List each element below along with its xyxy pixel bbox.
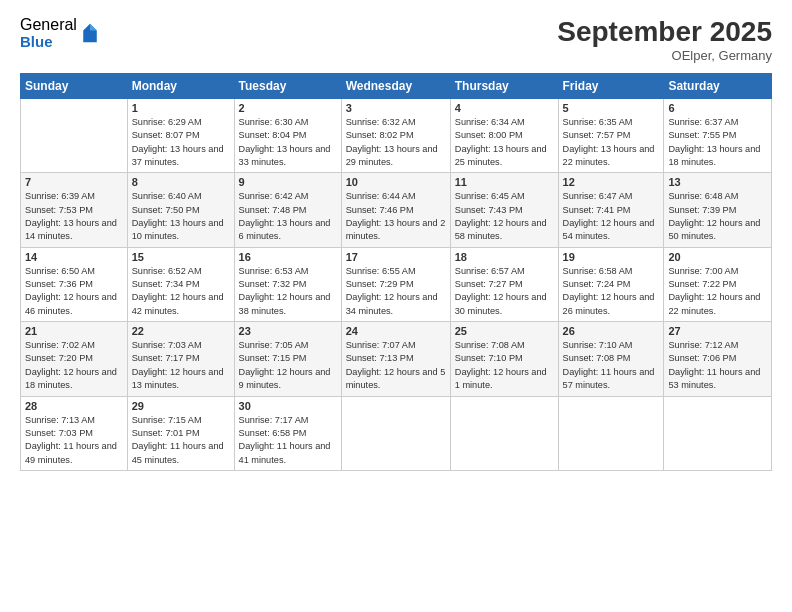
day-info: Sunrise: 6:58 AM Sunset: 7:24 PM Dayligh…	[563, 265, 660, 318]
day-info: Sunrise: 6:29 AM Sunset: 8:07 PM Dayligh…	[132, 116, 230, 169]
daylight-text: Daylight: 13 hours and 25 minutes.	[455, 144, 547, 167]
day-number: 11	[455, 176, 554, 188]
daylight-text: Daylight: 13 hours and 22 minutes.	[563, 144, 655, 167]
day-number: 3	[346, 102, 446, 114]
day-number: 27	[668, 325, 767, 337]
week-row-3: 14 Sunrise: 6:50 AM Sunset: 7:36 PM Dayl…	[21, 247, 772, 321]
day-info: Sunrise: 6:48 AM Sunset: 7:39 PM Dayligh…	[668, 190, 767, 243]
day-info: Sunrise: 7:05 AM Sunset: 7:15 PM Dayligh…	[239, 339, 337, 392]
daylight-text: Daylight: 11 hours and 45 minutes.	[132, 441, 224, 464]
sunset-text: Sunset: 8:04 PM	[239, 130, 307, 140]
day-cell: 3 Sunrise: 6:32 AM Sunset: 8:02 PM Dayli…	[341, 99, 450, 173]
sunset-text: Sunset: 7:48 PM	[239, 205, 307, 215]
day-info: Sunrise: 6:35 AM Sunset: 7:57 PM Dayligh…	[563, 116, 660, 169]
day-cell: 25 Sunrise: 7:08 AM Sunset: 7:10 PM Dayl…	[450, 322, 558, 396]
day-info: Sunrise: 7:08 AM Sunset: 7:10 PM Dayligh…	[455, 339, 554, 392]
day-info: Sunrise: 6:52 AM Sunset: 7:34 PM Dayligh…	[132, 265, 230, 318]
day-number: 12	[563, 176, 660, 188]
sunset-text: Sunset: 7:01 PM	[132, 428, 200, 438]
daylight-text: Daylight: 12 hours and 30 minutes.	[455, 292, 547, 315]
sunset-text: Sunset: 7:10 PM	[455, 353, 523, 363]
day-cell	[21, 99, 128, 173]
day-cell: 23 Sunrise: 7:05 AM Sunset: 7:15 PM Dayl…	[234, 322, 341, 396]
day-info: Sunrise: 6:45 AM Sunset: 7:43 PM Dayligh…	[455, 190, 554, 243]
sunset-text: Sunset: 8:07 PM	[132, 130, 200, 140]
daylight-text: Daylight: 12 hours and 1 minute.	[455, 367, 547, 390]
day-info: Sunrise: 6:39 AM Sunset: 7:53 PM Dayligh…	[25, 190, 123, 243]
day-info: Sunrise: 7:07 AM Sunset: 7:13 PM Dayligh…	[346, 339, 446, 392]
col-sunday: Sunday	[21, 74, 128, 99]
day-cell: 12 Sunrise: 6:47 AM Sunset: 7:41 PM Dayl…	[558, 173, 664, 247]
sunrise-text: Sunrise: 6:57 AM	[455, 266, 525, 276]
daylight-text: Daylight: 13 hours and 2 minutes.	[346, 218, 446, 241]
day-number: 2	[239, 102, 337, 114]
day-number: 23	[239, 325, 337, 337]
sunset-text: Sunset: 7:20 PM	[25, 353, 93, 363]
sunset-text: Sunset: 7:55 PM	[668, 130, 736, 140]
daylight-text: Daylight: 12 hours and 18 minutes.	[25, 367, 117, 390]
sunset-text: Sunset: 7:57 PM	[563, 130, 631, 140]
day-cell: 6 Sunrise: 6:37 AM Sunset: 7:55 PM Dayli…	[664, 99, 772, 173]
sunset-text: Sunset: 7:03 PM	[25, 428, 93, 438]
page: General Blue September 2025 OElper, Germ…	[0, 0, 792, 612]
day-number: 9	[239, 176, 337, 188]
daylight-text: Daylight: 11 hours and 57 minutes.	[563, 367, 655, 390]
sunrise-text: Sunrise: 6:37 AM	[668, 117, 738, 127]
day-cell: 5 Sunrise: 6:35 AM Sunset: 7:57 PM Dayli…	[558, 99, 664, 173]
day-number: 7	[25, 176, 123, 188]
daylight-text: Daylight: 13 hours and 33 minutes.	[239, 144, 331, 167]
daylight-text: Daylight: 11 hours and 53 minutes.	[668, 367, 760, 390]
day-cell: 7 Sunrise: 6:39 AM Sunset: 7:53 PM Dayli…	[21, 173, 128, 247]
day-number: 18	[455, 251, 554, 263]
day-number: 28	[25, 400, 123, 412]
header: General Blue September 2025 OElper, Germ…	[20, 16, 772, 63]
logo: General Blue	[20, 16, 99, 50]
sunset-text: Sunset: 7:22 PM	[668, 279, 736, 289]
sunrise-text: Sunrise: 6:45 AM	[455, 191, 525, 201]
day-cell: 28 Sunrise: 7:13 AM Sunset: 7:03 PM Dayl…	[21, 396, 128, 470]
sunrise-text: Sunrise: 7:17 AM	[239, 415, 309, 425]
day-cell: 18 Sunrise: 6:57 AM Sunset: 7:27 PM Dayl…	[450, 247, 558, 321]
sunrise-text: Sunrise: 7:03 AM	[132, 340, 202, 350]
sunrise-text: Sunrise: 6:34 AM	[455, 117, 525, 127]
daylight-text: Daylight: 13 hours and 37 minutes.	[132, 144, 224, 167]
day-cell: 27 Sunrise: 7:12 AM Sunset: 7:06 PM Dayl…	[664, 322, 772, 396]
day-cell: 2 Sunrise: 6:30 AM Sunset: 8:04 PM Dayli…	[234, 99, 341, 173]
sunrise-text: Sunrise: 7:10 AM	[563, 340, 633, 350]
col-saturday: Saturday	[664, 74, 772, 99]
daylight-text: Daylight: 12 hours and 34 minutes.	[346, 292, 438, 315]
sunset-text: Sunset: 7:15 PM	[239, 353, 307, 363]
sunset-text: Sunset: 7:29 PM	[346, 279, 414, 289]
day-cell: 11 Sunrise: 6:45 AM Sunset: 7:43 PM Dayl…	[450, 173, 558, 247]
daylight-text: Daylight: 11 hours and 49 minutes.	[25, 441, 117, 464]
col-tuesday: Tuesday	[234, 74, 341, 99]
title-block: September 2025 OElper, Germany	[557, 16, 772, 63]
col-wednesday: Wednesday	[341, 74, 450, 99]
sunrise-text: Sunrise: 6:32 AM	[346, 117, 416, 127]
daylight-text: Daylight: 12 hours and 38 minutes.	[239, 292, 331, 315]
day-info: Sunrise: 7:02 AM Sunset: 7:20 PM Dayligh…	[25, 339, 123, 392]
day-cell: 1 Sunrise: 6:29 AM Sunset: 8:07 PM Dayli…	[127, 99, 234, 173]
daylight-text: Daylight: 12 hours and 42 minutes.	[132, 292, 224, 315]
logo-text: General Blue	[20, 16, 77, 50]
daylight-text: Daylight: 11 hours and 41 minutes.	[239, 441, 331, 464]
day-info: Sunrise: 6:37 AM Sunset: 7:55 PM Dayligh…	[668, 116, 767, 169]
day-info: Sunrise: 7:17 AM Sunset: 6:58 PM Dayligh…	[239, 414, 337, 467]
day-cell: 9 Sunrise: 6:42 AM Sunset: 7:48 PM Dayli…	[234, 173, 341, 247]
sunrise-text: Sunrise: 7:02 AM	[25, 340, 95, 350]
day-number: 6	[668, 102, 767, 114]
day-number: 17	[346, 251, 446, 263]
day-number: 30	[239, 400, 337, 412]
day-number: 4	[455, 102, 554, 114]
day-number: 1	[132, 102, 230, 114]
sunrise-text: Sunrise: 6:48 AM	[668, 191, 738, 201]
sunset-text: Sunset: 8:02 PM	[346, 130, 414, 140]
day-cell: 29 Sunrise: 7:15 AM Sunset: 7:01 PM Dayl…	[127, 396, 234, 470]
day-number: 14	[25, 251, 123, 263]
day-info: Sunrise: 6:53 AM Sunset: 7:32 PM Dayligh…	[239, 265, 337, 318]
day-cell: 30 Sunrise: 7:17 AM Sunset: 6:58 PM Dayl…	[234, 396, 341, 470]
sunset-text: Sunset: 7:24 PM	[563, 279, 631, 289]
sunrise-text: Sunrise: 7:07 AM	[346, 340, 416, 350]
daylight-text: Daylight: 12 hours and 50 minutes.	[668, 218, 760, 241]
daylight-text: Daylight: 12 hours and 54 minutes.	[563, 218, 655, 241]
